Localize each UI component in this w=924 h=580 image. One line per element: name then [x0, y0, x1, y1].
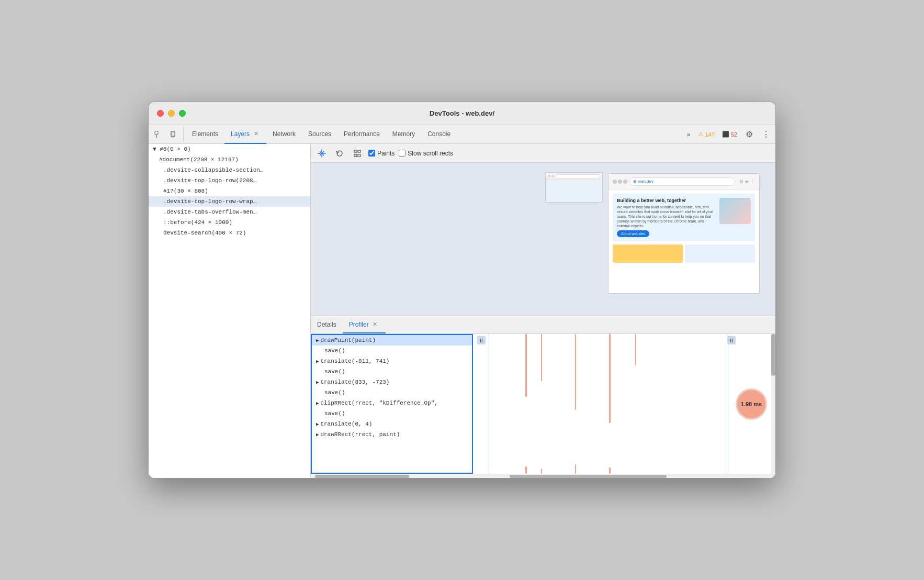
- svg-rect-3: [172, 132, 175, 136]
- profiler-item-drawpaint[interactable]: ▶ drawPaint(paint): [312, 335, 472, 345]
- tab-elements[interactable]: Elements: [186, 125, 224, 144]
- profiler-chart: ⏸ ⏸: [473, 334, 775, 474]
- tab-network[interactable]: Network: [266, 125, 302, 144]
- horizontal-scroll-thumb[interactable]: [315, 475, 409, 478]
- profiler-item-save2[interactable]: save(): [312, 366, 472, 377]
- vertical-scrollbar[interactable]: [771, 334, 775, 474]
- tab-details[interactable]: Details: [311, 316, 343, 333]
- profiler-item-translate2[interactable]: ▶ translate(833, -723): [312, 377, 472, 387]
- device-toolbar-button[interactable]: [166, 127, 181, 142]
- layer-item-devsite-collapsible[interactable]: .devsite-collapsible-section…: [149, 165, 310, 175]
- devtools-window: DevTools - web.dev/ Elements: [148, 102, 776, 478]
- tab-profiler[interactable]: Profiler ✕: [343, 316, 386, 333]
- canvas-area: ⊕ web.dev ⚙ ★ ⋮ Building a better web, t…: [311, 163, 775, 316]
- timing-bars: [473, 334, 771, 474]
- maximize-button[interactable]: [179, 110, 186, 117]
- tab-performance[interactable]: Performance: [337, 125, 386, 144]
- profiler-item-save4[interactable]: save(): [312, 408, 472, 419]
- tab-memory[interactable]: Memory: [386, 125, 421, 144]
- bottom-tabs: Details Profiler ✕: [311, 316, 775, 334]
- horizontal-scrollbar[interactable]: [311, 474, 775, 478]
- layer-tree-panel: ▼ #6(0 × 0) #document(2208 × 12197) .dev…: [149, 144, 311, 478]
- tab-console[interactable]: Console: [421, 125, 457, 144]
- webpage-preview: ⊕ web.dev ⚙ ★ ⋮ Building a better web, t…: [608, 173, 760, 294]
- webpage-content: Building a better web, together We want …: [609, 189, 759, 267]
- svg-rect-8: [354, 154, 357, 157]
- layer-item-17[interactable]: #17(30 × 808): [149, 186, 310, 196]
- bottom-panel: Details Profiler ✕ ▶ drawPaint(paint): [311, 316, 775, 478]
- profiler-item-translate3[interactable]: ▶ translate(0, 4): [312, 419, 472, 429]
- paints-checkbox-label[interactable]: Paints: [368, 150, 395, 157]
- devtools-toolbar: Elements Layers ✕ Network Sources Perfor…: [149, 125, 775, 144]
- more-tabs-button[interactable]: »: [684, 131, 694, 138]
- slow-scroll-checkbox[interactable]: [399, 150, 405, 157]
- fit-tool-button[interactable]: [351, 147, 364, 160]
- inspect-element-button[interactable]: [151, 127, 165, 142]
- layer-item-top-logo-row[interactable]: .devsite-top-logo-row(2208…: [149, 175, 310, 186]
- profiler-item-cliprrect[interactable]: ▶ clipRRect(rrect, "kDifference_Op",: [312, 398, 472, 408]
- profiler-list: ▶ drawPaint(paint) save() ▶ translate(-8…: [311, 334, 473, 474]
- bottom-content: ▶ drawPaint(paint) save() ▶ translate(-8…: [311, 334, 775, 474]
- layer-item-before[interactable]: ::before(424 × 1000): [149, 217, 310, 228]
- toolbar-right: » ⚠ 147 ⬛ 52 ⚙ ⋮: [684, 127, 773, 142]
- layer-item-root[interactable]: ▼ #6(0 × 0): [149, 144, 310, 154]
- profiler-item-save1[interactable]: save(): [312, 345, 472, 356]
- timing-badge: 1.98 ms: [736, 388, 767, 420]
- svg-rect-9: [358, 154, 360, 157]
- tab-layers[interactable]: Layers ✕: [224, 125, 266, 144]
- paints-checkbox[interactable]: [368, 150, 375, 157]
- chart-horizontal-scroll-thumb[interactable]: [510, 475, 667, 478]
- main-content: ▼ #6(0 × 0) #document(2208 × 12197) .dev…: [149, 144, 775, 478]
- right-panel: Paints Slow scroll rects: [311, 144, 775, 478]
- errors-badge[interactable]: ⬛ 52: [719, 130, 740, 139]
- layers-toolbar: Paints Slow scroll rects: [311, 144, 775, 163]
- toolbar-left-icons: [151, 127, 184, 142]
- svg-rect-0: [155, 131, 158, 135]
- tab-layers-close[interactable]: ✕: [252, 130, 260, 138]
- profiler-item-save3[interactable]: save(): [312, 387, 472, 398]
- profiler-item-translate1[interactable]: ▶ translate(-811, 741): [312, 356, 472, 366]
- layer-item-search[interactable]: devsite-search(400 × 72): [149, 228, 310, 238]
- rotate-tool-button[interactable]: [333, 147, 346, 160]
- layer-item-top-logo-wrap[interactable]: .devsite-top-logo-row-wrap…: [149, 196, 310, 207]
- small-page-preview: [545, 172, 603, 203]
- expand-arrow: ▼: [153, 146, 156, 152]
- error-icon: ⬛: [722, 131, 729, 138]
- warnings-badge[interactable]: ⚠ 147: [695, 130, 717, 139]
- layer-item-document[interactable]: #document(2208 × 12197): [149, 154, 310, 165]
- pan-tool-button[interactable]: [315, 147, 329, 160]
- tabs-nav: Elements Layers ✕ Network Sources Perfor…: [186, 125, 684, 144]
- profiler-item-drawrrect[interactable]: ▶ drawRRect(rrect, paint): [312, 429, 472, 440]
- more-options-button[interactable]: ⋮: [759, 127, 773, 142]
- vertical-scroll-thumb[interactable]: [771, 334, 775, 376]
- close-button[interactable]: [157, 110, 164, 117]
- svg-rect-2: [171, 131, 175, 137]
- settings-button[interactable]: ⚙: [742, 127, 757, 142]
- svg-rect-6: [354, 150, 357, 152]
- webpage-url: ⊕ web.dev: [629, 177, 735, 186]
- tab-sources[interactable]: Sources: [302, 125, 337, 144]
- svg-rect-7: [358, 150, 360, 152]
- webpage-browser-chrome: ⊕ web.dev ⚙ ★ ⋮: [609, 174, 759, 189]
- minimize-button[interactable]: [168, 110, 175, 117]
- svg-point-5: [321, 152, 323, 154]
- tab-profiler-close[interactable]: ✕: [371, 320, 379, 329]
- warning-icon: ⚠: [698, 131, 703, 138]
- window-controls: [157, 110, 186, 117]
- slow-scroll-checkbox-label[interactable]: Slow scroll rects: [399, 150, 453, 157]
- layer-item-tabs-overflow[interactable]: .devsite-tabs-overflow-men…: [149, 207, 310, 217]
- title-bar: DevTools - web.dev/: [149, 102, 775, 125]
- window-title: DevTools - web.dev/: [430, 109, 494, 117]
